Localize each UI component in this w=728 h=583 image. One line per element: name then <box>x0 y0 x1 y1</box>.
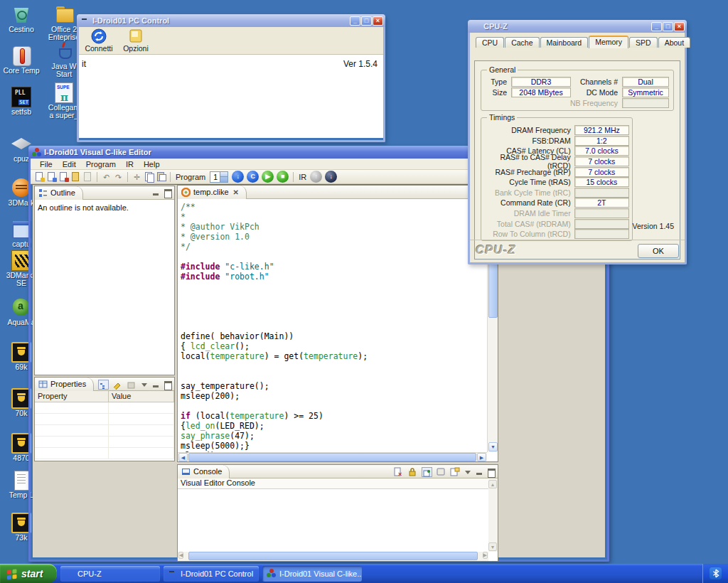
properties-icon <box>38 380 48 389</box>
cpuz-tab-about[interactable]: About <box>658 37 690 48</box>
console-horizontal-scrollbar[interactable]: ◀ ▶ <box>178 552 488 561</box>
properties-rows <box>35 402 174 459</box>
console-menu-icon[interactable] <box>464 468 473 476</box>
open-folder-icon[interactable] <box>70 172 81 182</box>
cpuz-tab-mainboard[interactable]: Mainboard <box>540 37 589 48</box>
console-output[interactable] <box>178 490 488 552</box>
property-row[interactable] <box>35 402 174 414</box>
pc-control-content: it Ver 1.5.4 <box>79 55 383 138</box>
timing-row: DRAM Frequency921.2 MHz <box>483 125 629 136</box>
pin-console-icon[interactable] <box>422 467 432 477</box>
setfsb-icon <box>11 87 31 107</box>
windows-flag-icon <box>6 567 18 580</box>
cpuz-tab-spd[interactable]: SPD <box>629 37 658 48</box>
paste-icon[interactable] <box>156 172 166 182</box>
close-button[interactable]: × <box>674 22 685 31</box>
scrollbar-thumb[interactable] <box>188 552 478 560</box>
start-button[interactable]: start <box>0 564 57 583</box>
pc-control-title-bar[interactable]: I-Droid01 PC Control _ □ × <box>77 14 385 27</box>
property-row[interactable] <box>35 448 174 459</box>
cpuz-title-bar[interactable]: CPU-Z _ □ × <box>468 20 687 33</box>
pin-property-icon[interactable] <box>112 380 123 390</box>
minimize-view-icon[interactable] <box>475 468 484 476</box>
taskbar-task-1[interactable]: CPU-Z <box>60 566 160 582</box>
console-tab[interactable]: Console <box>178 465 230 478</box>
editor-horizontal-scrollbar[interactable]: ◀ ▶ <box>178 452 487 461</box>
property-row[interactable] <box>35 425 174 437</box>
minimize-button[interactable]: _ <box>651 22 662 31</box>
minimize-view-icon[interactable] <box>151 380 161 389</box>
property-row[interactable] <box>35 437 174 448</box>
menu-program[interactable]: Program <box>81 159 121 169</box>
display-console-icon[interactable] <box>436 467 446 477</box>
minimize-button[interactable]: _ <box>350 16 360 26</box>
cpuz-title: CPU-Z <box>483 22 651 31</box>
clear-console-icon[interactable]: × <box>393 467 404 477</box>
scroll-lock-icon[interactable] <box>407 467 418 477</box>
timing-label: Total CAS# (tRDRAM) <box>483 220 571 228</box>
bluetooth-icon[interactable] <box>710 567 722 579</box>
opzioni-button[interactable]: Opzioni <box>120 28 151 53</box>
taskbar-task-3[interactable]: I-Droid01 Visual C-like... <box>262 566 362 582</box>
scroll-down-icon[interactable]: ▼ <box>488 442 498 451</box>
cpuz-tab-cache[interactable]: Cache <box>505 37 539 48</box>
cpuz-tab-cpu[interactable]: CPU <box>476 37 504 48</box>
tree-mode-icon[interactable] <box>98 380 109 390</box>
cestino-icon <box>10 4 33 25</box>
maximize-button[interactable]: □ <box>663 22 673 31</box>
console-icon <box>181 467 191 476</box>
code-line: say_temperature(); <box>181 381 487 391</box>
connetti-button[interactable]: Connetti <box>83 28 114 53</box>
general-left-fields: TypeDDR3Size2048 MBytes <box>486 76 571 97</box>
code-line <box>181 321 487 331</box>
code-editor[interactable]: /**** @author VikPch* @version 1.0*/ #in… <box>178 200 487 452</box>
maximize-button[interactable]: □ <box>361 16 372 26</box>
code-line: #include "c-like.h" <box>181 262 487 272</box>
new-document-icon[interactable] <box>46 172 57 182</box>
close-tab-icon[interactable]: ✕ <box>233 188 239 196</box>
open-console-icon[interactable] <box>450 467 461 477</box>
temp-clike-tab[interactable]: temp.clike ✕ <box>178 186 247 199</box>
menu-help[interactable]: Help <box>139 159 165 169</box>
code-line: * @author VikPch <box>181 222 487 232</box>
outline-tab[interactable]: Outline <box>35 186 83 200</box>
scrollbar-thumb[interactable] <box>188 453 476 461</box>
compile-button[interactable]: C <box>247 171 259 183</box>
view-menu-icon[interactable] <box>140 380 149 389</box>
maximize-view-icon[interactable] <box>163 188 172 197</box>
timing-value: 2T <box>574 198 629 208</box>
scroll-right-icon[interactable]: ▶ <box>477 453 486 461</box>
pc-control-status-text: it <box>82 59 86 138</box>
general-right-fields: Channels #DualDC ModeSymmetricNB Frequen… <box>567 76 669 108</box>
program-number-stepper[interactable]: 1 <box>210 171 228 183</box>
maximize-view-icon[interactable] <box>163 380 172 389</box>
system-tray <box>702 564 728 583</box>
properties-tab[interactable]: Properties <box>35 378 94 391</box>
scroll-left-icon[interactable]: ◀ <box>178 453 188 461</box>
console-vertical-scrollbar[interactable]: ▲ ▼ <box>488 479 498 552</box>
close-button[interactable]: × <box>373 16 383 26</box>
menu-edit[interactable]: Edit <box>58 159 81 169</box>
property-row[interactable] <box>35 414 174 425</box>
cpuz-tab-memory[interactable]: Memory <box>589 36 628 48</box>
desktop-icon-setfsb[interactable]: setfsb <box>1 87 41 116</box>
taskbar-task-2[interactable]: I-Droid01 PC Control <box>164 566 259 582</box>
menu-file[interactable]: File <box>35 159 58 169</box>
pc-control-window: I-Droid01 PC Control _ □ × Connetti Opzi… <box>77 14 385 142</box>
timing-row: Row To Column (tRCD) <box>483 229 629 240</box>
ir-download-button[interactable]: ↓ <box>325 171 337 183</box>
ok-button[interactable]: OK <box>638 244 679 258</box>
core-temp-icon <box>10 46 33 66</box>
desktop-icon-core-temp[interactable]: Core Temp <box>1 46 41 75</box>
run-button[interactable]: ▶ <box>262 171 274 183</box>
maximize-view-icon[interactable] <box>486 468 496 476</box>
svg-text:×: × <box>398 471 402 477</box>
minimize-view-icon[interactable] <box>151 188 161 197</box>
new-file-icon[interactable] <box>34 172 45 182</box>
save-as-icon[interactable] <box>58 172 69 182</box>
menu-ir[interactable]: IR <box>121 159 139 169</box>
stop-button[interactable]: ■ <box>277 171 289 183</box>
download-program-button[interactable]: ↓ <box>232 171 244 183</box>
desktop-icon-cestino[interactable]: Cestino <box>1 4 41 33</box>
copy-icon[interactable] <box>144 172 154 182</box>
